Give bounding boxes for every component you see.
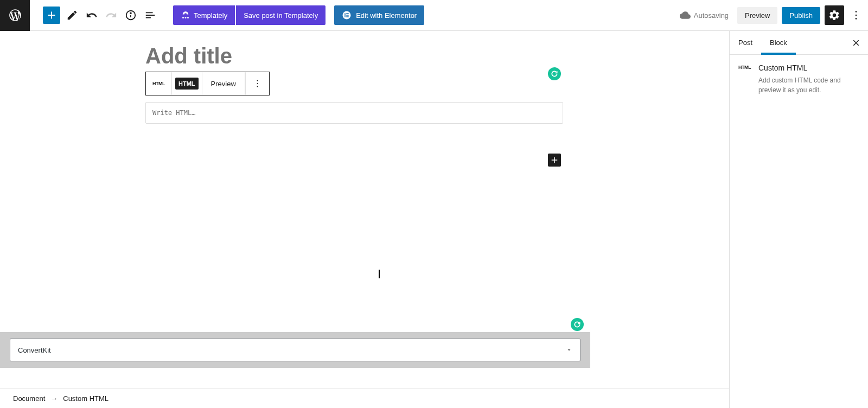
svg-point-11: [856, 11, 857, 12]
elementor-button[interactable]: Edit with Elementor: [334, 5, 424, 25]
breadcrumb-current[interactable]: Custom HTML: [63, 394, 108, 403]
elementor-label: Edit with Elementor: [356, 11, 417, 20]
block-more-button[interactable]: [245, 72, 269, 95]
redo-button[interactable]: [101, 5, 121, 25]
add-block-inline-button[interactable]: [548, 154, 561, 167]
pencil-icon: [66, 9, 78, 21]
svg-point-16: [257, 86, 258, 87]
templately-group: Templately Save post in Templately: [173, 5, 326, 25]
convertkit-bar: ConvertKit: [0, 332, 590, 368]
svg-rect-8: [346, 13, 349, 14]
tool-modes: [62, 5, 160, 25]
svg-point-13: [856, 18, 857, 20]
gear-icon: [828, 9, 840, 21]
templately-save-label: Save post in Templately: [244, 11, 318, 20]
convertkit-select[interactable]: ConvertKit: [10, 339, 580, 361]
preview-mode-button[interactable]: Preview: [202, 72, 245, 95]
svg-point-5: [187, 17, 189, 18]
grammarly-badge-2[interactable]: [571, 318, 584, 331]
block-type-button[interactable]: HTML: [146, 72, 172, 95]
sidebar-tabs: Post Block: [730, 31, 868, 55]
convertkit-label: ConvertKit: [18, 346, 51, 354]
block-title: Custom HTML: [758, 63, 859, 72]
plus-icon: [46, 9, 58, 21]
svg-rect-9: [346, 15, 349, 16]
svg-point-3: [182, 17, 184, 18]
svg-point-12: [856, 15, 857, 16]
breadcrumb: Document → Custom HTML: [0, 388, 729, 408]
info-button[interactable]: [121, 5, 141, 25]
more-vertical-icon: [850, 9, 862, 21]
info-icon: [125, 9, 137, 21]
breadcrumb-root[interactable]: Document: [13, 394, 45, 403]
list-icon: [144, 9, 156, 21]
block-info: Custom HTML Add custom HTML code and pre…: [758, 63, 859, 95]
sidebar-body: HTML Custom HTML Add custom HTML code an…: [730, 55, 868, 104]
autosave-status: Autosaving: [680, 10, 729, 21]
preview-button[interactable]: Preview: [737, 7, 777, 24]
edit-mode-button[interactable]: [62, 5, 82, 25]
close-icon: [851, 38, 861, 48]
settings-button[interactable]: [825, 5, 844, 25]
svg-point-2: [130, 12, 131, 14]
templately-save-button[interactable]: Save post in Templately: [236, 5, 326, 25]
templately-icon: [181, 10, 190, 20]
publish-button[interactable]: Publish: [782, 7, 820, 24]
templately-button[interactable]: Templately: [173, 5, 235, 25]
publish-label: Publish: [789, 11, 813, 20]
more-vertical-icon: [252, 78, 263, 89]
editor-canvas: Add title HTML HTML Preview Write HTML… …: [0, 31, 729, 388]
wordpress-icon: [8, 8, 22, 22]
breadcrumb-arrow-icon: →: [50, 394, 58, 403]
autosave-label: Autosaving: [694, 11, 729, 20]
more-options-button[interactable]: [848, 5, 864, 25]
block-icon-small: HTML: [738, 65, 751, 95]
svg-point-4: [185, 17, 187, 18]
html-code-input[interactable]: Write HTML…: [145, 102, 563, 124]
sidebar-close-button[interactable]: [848, 35, 864, 50]
chevron-down-icon: [566, 347, 572, 353]
svg-rect-7: [344, 13, 346, 17]
elementor-icon: [342, 10, 352, 20]
settings-sidebar: Post Block HTML Custom HTML Add custom H…: [729, 31, 868, 408]
html-mode-wrap: HTML: [172, 72, 202, 95]
cloud-icon: [680, 10, 691, 21]
html-block-icon: HTML: [152, 81, 165, 86]
text-cursor: [379, 270, 380, 278]
grammarly-icon: [551, 70, 558, 78]
outline-button[interactable]: [141, 5, 160, 25]
wordpress-logo[interactable]: [0, 0, 30, 31]
plus-icon: [550, 155, 559, 165]
post-title-input[interactable]: Add title: [145, 44, 563, 68]
svg-point-14: [257, 80, 258, 81]
preview-label: Preview: [745, 11, 770, 20]
block-description: Add custom HTML code and preview it as y…: [758, 75, 859, 95]
toolbar-right: Autosaving Preview Publish: [680, 5, 864, 25]
grammarly-badge[interactable]: [548, 67, 561, 80]
editor-toolbar: Templately Save post in Templately Edit …: [0, 0, 868, 31]
tab-post[interactable]: Post: [730, 31, 761, 54]
add-block-button[interactable]: [43, 7, 60, 24]
undo-button[interactable]: [82, 5, 101, 25]
tab-block[interactable]: Block: [761, 31, 796, 54]
html-mode-button[interactable]: HTML: [175, 78, 199, 90]
redo-icon: [105, 9, 117, 21]
grammarly-icon: [573, 321, 581, 328]
svg-rect-10: [346, 16, 349, 17]
templately-label: Templately: [194, 11, 227, 20]
undo-icon: [86, 9, 98, 21]
block-toolbar: HTML HTML Preview: [145, 72, 270, 95]
svg-point-15: [257, 83, 258, 84]
